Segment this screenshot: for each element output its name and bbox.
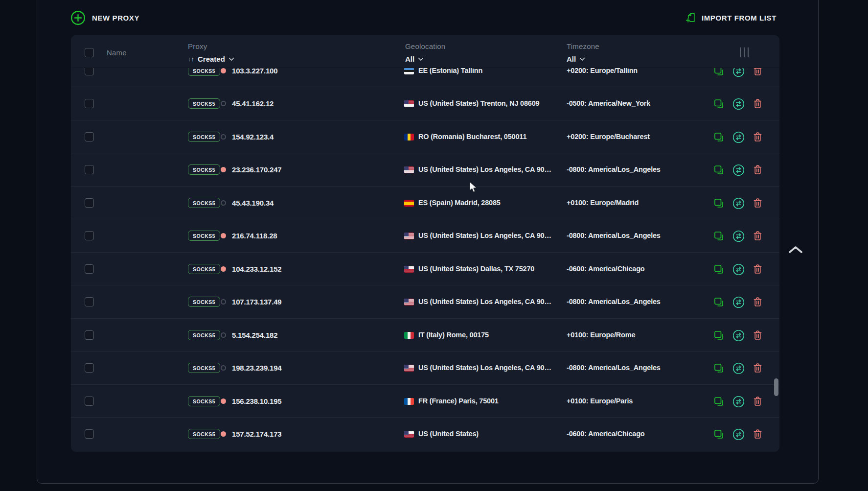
scrollbar-thumb[interactable] [774, 378, 778, 396]
copy-proxy-button[interactable] [713, 263, 725, 275]
row-checkbox[interactable] [85, 397, 94, 406]
table-row: SOCKS5 5.154.254.182 IT (Italy) Rome, 00… [71, 319, 779, 352]
change-ip-button[interactable] [732, 230, 744, 242]
proxy-ip: 45.41.162.12 [232, 99, 274, 108]
copy-proxy-button[interactable] [713, 197, 725, 209]
row-checkbox[interactable] [85, 165, 94, 174]
protocol-badge: SOCKS5 [188, 98, 220, 109]
trash-icon [752, 428, 763, 440]
row-checkbox[interactable] [85, 99, 94, 108]
change-ip-button[interactable] [732, 68, 744, 77]
delete-proxy-button[interactable] [752, 329, 764, 341]
copy-proxy-button[interactable] [713, 329, 725, 341]
row-checkbox[interactable] [85, 264, 94, 274]
flag-icon [404, 332, 414, 339]
copy-proxy-button[interactable] [713, 230, 725, 242]
proxy-ip: 104.233.12.152 [232, 265, 281, 273]
change-ip-button[interactable] [732, 164, 744, 176]
row-checkbox[interactable] [85, 330, 94, 340]
copy-icon [713, 396, 725, 407]
delete-proxy-button[interactable] [752, 98, 764, 110]
delete-proxy-button[interactable] [752, 230, 764, 242]
row-checkbox[interactable] [85, 297, 94, 306]
delete-proxy-button[interactable] [752, 263, 764, 275]
change-ip-button[interactable] [732, 396, 744, 407]
table-row: SOCKS5 45.41.162.12 US (United States) T… [71, 87, 779, 120]
delete-proxy-button[interactable] [752, 164, 764, 176]
geolocation-text: EE (Estonia) Tallinn [418, 68, 482, 74]
sort-direction-icon[interactable]: ↓↑ [188, 55, 194, 63]
new-proxy-button[interactable]: NEW PROXY [70, 10, 139, 25]
protocol-badge: SOCKS5 [188, 231, 220, 241]
copy-icon [713, 68, 725, 77]
delete-proxy-button[interactable] [752, 362, 764, 374]
proxy-ip: 154.92.123.4 [232, 133, 274, 141]
table-row: SOCKS5 156.238.10.195 FR (France) Paris,… [71, 385, 779, 418]
proxy-ip: 103.3.227.100 [232, 68, 277, 75]
delete-proxy-button[interactable] [752, 428, 764, 440]
copy-proxy-button[interactable] [713, 164, 725, 176]
flag-icon [404, 365, 414, 372]
geolocation-text: US (United States) Los Angeles, CA 90… [418, 232, 551, 239]
timezone-filter-value: All [567, 55, 576, 63]
change-ip-button[interactable] [732, 263, 744, 275]
change-ip-button[interactable] [732, 197, 744, 209]
row-checkbox[interactable] [85, 363, 94, 373]
select-all-checkbox[interactable] [85, 48, 94, 57]
protocol-badge: SOCKS5 [188, 330, 220, 340]
timezone-text: -0600: America/Chicago [567, 430, 644, 438]
copy-proxy-button[interactable] [713, 396, 725, 407]
import-from-list-label: IMPORT FROM LIST [702, 14, 777, 22]
geolocation-text: US (United States) Los Angeles, CA 90… [418, 364, 551, 372]
proxy-sort-control[interactable]: ↓↑ Created [188, 55, 234, 63]
delete-proxy-button[interactable] [752, 197, 764, 209]
geolocation-filter[interactable]: All [405, 55, 424, 63]
import-from-list-button[interactable]: IMPORT FROM LIST [685, 12, 777, 23]
row-checkbox[interactable] [85, 198, 94, 208]
change-ip-button[interactable] [732, 428, 744, 440]
trash-icon [752, 396, 763, 407]
status-dot [221, 299, 226, 304]
protocol-badge: SOCKS5 [188, 264, 220, 274]
change-ip-button[interactable] [732, 362, 744, 374]
delete-proxy-button[interactable] [752, 68, 764, 77]
copy-icon [713, 296, 725, 308]
timezone-text: -0500: America/New_York [567, 99, 650, 107]
copy-proxy-button[interactable] [713, 131, 725, 143]
geolocation-text: US (United States) Trenton, NJ 08609 [418, 99, 539, 107]
column-settings-icon[interactable] [740, 47, 749, 57]
copy-icon [713, 263, 725, 275]
flag-icon [404, 431, 414, 438]
row-checkbox[interactable] [85, 231, 94, 240]
delete-proxy-button[interactable] [752, 131, 764, 143]
proxy-table: Name Proxy ↓↑ Created Geolocation All Ti… [71, 35, 779, 452]
swap-arrows-icon [732, 197, 745, 210]
copy-proxy-button[interactable] [713, 428, 725, 440]
change-ip-button[interactable] [732, 296, 744, 308]
scroll-to-top-button[interactable] [787, 244, 804, 255]
swap-arrows-icon [732, 296, 745, 308]
trash-icon [752, 68, 763, 77]
copy-proxy-button[interactable] [713, 296, 725, 308]
swap-arrows-icon [732, 428, 745, 441]
delete-proxy-button[interactable] [752, 396, 764, 407]
timezone-filter[interactable]: All [567, 55, 585, 63]
row-checkbox[interactable] [85, 429, 94, 439]
proxy-ip: 107.173.137.49 [232, 298, 281, 306]
row-checkbox[interactable] [85, 132, 94, 141]
protocol-badge: SOCKS5 [188, 164, 220, 175]
proxy-ip: 156.238.10.195 [232, 397, 281, 405]
change-ip-button[interactable] [732, 329, 744, 341]
delete-proxy-button[interactable] [752, 296, 764, 308]
copy-proxy-button[interactable] [713, 362, 725, 374]
copy-proxy-button[interactable] [713, 98, 725, 110]
change-ip-button[interactable] [732, 98, 744, 110]
trash-icon [752, 131, 763, 143]
change-ip-button[interactable] [732, 131, 744, 143]
flag-icon [404, 68, 414, 74]
row-checkbox[interactable] [85, 68, 94, 75]
proxy-row-list: SOCKS5 103.3.227.100 EE (Estonia) Tallin… [71, 68, 779, 452]
timezone-text: -0800: America/Los_Angeles [567, 232, 661, 239]
copy-proxy-button[interactable] [713, 68, 725, 77]
trash-icon [752, 197, 763, 209]
